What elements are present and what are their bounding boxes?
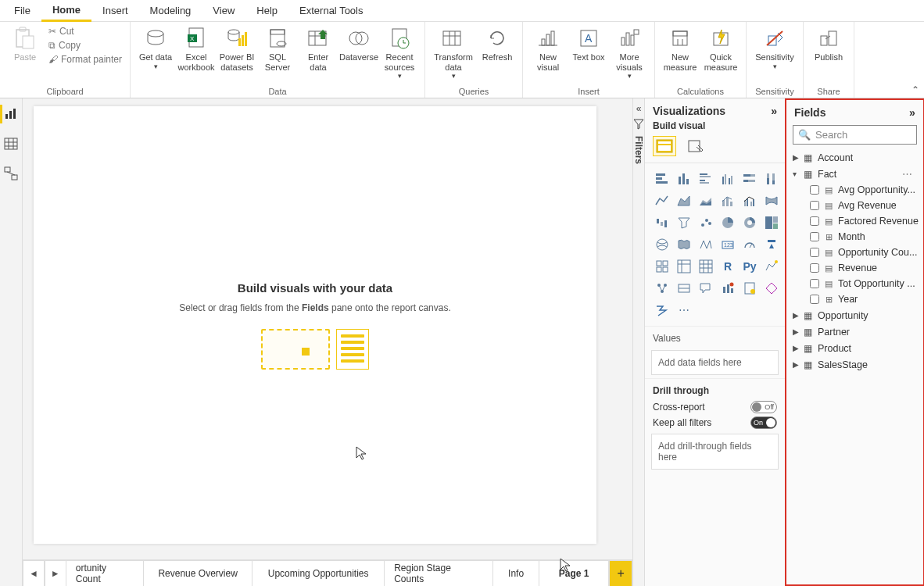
ribbon-collapse-button[interactable]: ⌃	[911, 84, 919, 95]
text-box-button[interactable]: AText box	[568, 24, 609, 64]
paginated-icon[interactable]	[740, 279, 759, 298]
field-checkbox[interactable]	[810, 201, 819, 210]
table-salesstage[interactable]: ▶▦SalesStage	[791, 356, 919, 373]
table-opportunity[interactable]: ▶▦Opportunity	[791, 307, 919, 323]
get-data-button[interactable]: Get data▾	[135, 24, 176, 72]
scatter-icon[interactable]	[697, 213, 715, 232]
dataverse-button[interactable]: Dataverse	[338, 24, 379, 64]
field-month[interactable]: ⊞Month	[791, 229, 919, 245]
expand-filters-icon[interactable]: «	[636, 103, 642, 114]
line-clustered-column-icon[interactable]	[740, 191, 759, 210]
new-visual-button[interactable]: New visual	[528, 24, 568, 73]
menu-home[interactable]: Home	[41, 0, 91, 22]
enter-data-button[interactable]: Enter data	[298, 24, 338, 73]
tab-page[interactable]: Region Stage Counts	[384, 560, 493, 586]
matrix-icon[interactable]: R	[718, 257, 737, 276]
menu-file[interactable]: File	[3, 1, 41, 20]
field-checkbox[interactable]	[810, 232, 819, 241]
ribbon-chart-icon[interactable]	[762, 191, 781, 210]
build-visual-tab[interactable]	[653, 136, 676, 156]
model-view-button[interactable]	[0, 164, 22, 183]
report-canvas[interactable]: Build visuals with your data Select or d…	[34, 106, 596, 544]
sensitivity-button[interactable]: Sensitivity▾	[751, 24, 798, 72]
qa-icon[interactable]	[697, 279, 715, 298]
tab-page[interactable]: Info	[492, 560, 539, 586]
pie-icon[interactable]	[718, 213, 737, 232]
data-view-button[interactable]	[0, 134, 22, 153]
decomposition-icon[interactable]	[675, 279, 693, 298]
map-icon[interactable]	[653, 235, 672, 254]
values-drop-well[interactable]: Add data fields here	[651, 350, 779, 375]
report-view-button[interactable]	[0, 105, 22, 123]
key-influencers-icon[interactable]	[653, 279, 672, 298]
filled-map-icon[interactable]	[675, 235, 693, 254]
py-visual-icon[interactable]	[762, 257, 781, 276]
menu-modeling[interactable]: Modeling	[139, 1, 202, 20]
table-product[interactable]: ▶▦Product	[791, 340, 919, 356]
paste-button[interactable]: Paste	[5, 24, 45, 64]
gauge-icon[interactable]: 123	[718, 235, 737, 254]
slicer-icon[interactable]	[675, 257, 693, 276]
menu-view[interactable]: View	[202, 1, 245, 20]
format-visual-tab[interactable]	[684, 136, 707, 156]
menu-insert[interactable]: Insert	[91, 1, 139, 20]
recent-sources-button[interactable]: Recent sources▾	[379, 24, 420, 82]
line-stacked-column-icon[interactable]	[718, 191, 737, 210]
new-measure-button[interactable]: New measure	[660, 24, 700, 73]
cross-report-toggle[interactable]: Off	[750, 401, 777, 413]
area-chart-icon[interactable]	[675, 191, 693, 210]
add-page-button[interactable]: +	[609, 560, 632, 586]
field-checkbox[interactable]	[810, 185, 819, 195]
tab-page[interactable]: Upcoming Opportunities	[252, 560, 385, 586]
collapse-fields-icon[interactable]: »	[909, 106, 915, 119]
kpi-icon[interactable]	[653, 257, 672, 276]
more-options-icon[interactable]: ⋯	[902, 168, 912, 180]
tab-page[interactable]: ortunity Count	[66, 560, 144, 586]
table-partner[interactable]: ▶▦Partner	[791, 323, 919, 340]
get-more-visuals-icon[interactable]: ⋯	[675, 301, 693, 320]
waterfall-icon[interactable]	[653, 213, 672, 232]
table-fact[interactable]: ▾▦Fact⋯	[791, 166, 919, 182]
r-visual-icon[interactable]: Py	[740, 257, 759, 276]
field-revenue[interactable]: ▤Revenue	[791, 260, 919, 276]
clustered-column-icon[interactable]	[718, 170, 737, 188]
field-avg-opportunity[interactable]: ▤Avg Opportunity...	[791, 182, 919, 198]
field-factored-revenue[interactable]: ▤Factored Revenue	[791, 213, 919, 229]
card-icon[interactable]	[740, 235, 759, 254]
keep-filters-toggle[interactable]: On	[750, 416, 777, 429]
field-avg-revenue[interactable]: ▤Avg Revenue	[791, 198, 919, 213]
donut-icon[interactable]	[740, 213, 759, 232]
field-opportunity-count[interactable]: ▤Opportunity Cou...	[791, 245, 919, 260]
tab-next-button[interactable]: ►	[45, 560, 66, 586]
field-checkbox[interactable]	[810, 279, 819, 288]
field-year[interactable]: ⊞Year	[791, 291, 919, 307]
field-checkbox[interactable]	[810, 295, 819, 304]
drill-through-drop-well[interactable]: Add drill-through fields here	[651, 434, 779, 470]
clustered-bar-icon[interactable]	[697, 170, 715, 188]
cut-button[interactable]: ✂Cut	[45, 24, 125, 38]
pbi-datasets-button[interactable]: Power BI datasets	[217, 24, 257, 73]
hundred-column-icon[interactable]	[762, 170, 781, 188]
sql-server-button[interactable]: SQL Server	[257, 24, 298, 73]
funnel-icon[interactable]	[675, 213, 693, 232]
quick-measure-button[interactable]: Quick measure	[700, 24, 741, 73]
copy-button[interactable]: ⧉Copy	[45, 38, 125, 52]
menu-help[interactable]: Help	[245, 1, 288, 20]
table-account[interactable]: ▶▦Account	[791, 149, 919, 166]
tab-page[interactable]: Revenue Overview	[143, 560, 252, 586]
azure-map-icon[interactable]	[697, 235, 715, 254]
stacked-area-icon[interactable]	[697, 191, 715, 210]
treemap-icon[interactable]	[762, 213, 781, 232]
excel-button[interactable]: XExcel workbook	[176, 24, 217, 73]
stacked-bar-icon[interactable]	[653, 170, 672, 188]
field-checkbox[interactable]	[810, 263, 819, 273]
hundred-bar-icon[interactable]	[740, 170, 759, 188]
line-chart-icon[interactable]	[653, 191, 672, 210]
stacked-column-icon[interactable]	[675, 170, 693, 188]
fields-search-input[interactable]: 🔍 Search	[793, 125, 917, 145]
power-automate-icon[interactable]	[653, 301, 672, 320]
collapse-viz-icon[interactable]: »	[771, 105, 777, 117]
multi-row-card-icon[interactable]	[762, 235, 781, 254]
refresh-button[interactable]: Refresh	[477, 24, 518, 64]
tab-page-active[interactable]: Page 1	[539, 560, 609, 586]
